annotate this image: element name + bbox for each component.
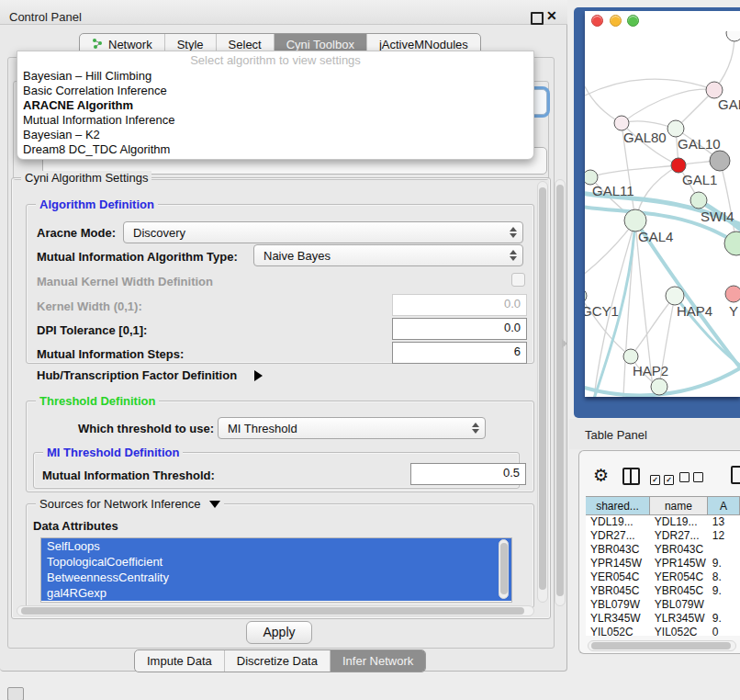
network-node-y[interactable] <box>725 286 740 302</box>
table-row[interactable]: YLR345WYLR345W9. <box>586 612 740 626</box>
splitter-arrow-icon[interactable] <box>562 339 567 348</box>
table-cell: YIL052C <box>586 626 650 636</box>
dpi-tolerance-field[interactable]: 0.0 <box>392 318 527 340</box>
mi-steps-label: Mutual Information Steps: <box>37 347 184 361</box>
mi-steps-field[interactable]: 6 <box>392 342 527 364</box>
sources-title-text: Sources for Network Inference <box>39 497 201 511</box>
bottom-tabbar: Impute DataDiscretize DataInfer Network <box>134 649 426 672</box>
aracne-mode-combobox[interactable]: Discovery <box>123 221 523 243</box>
settings-horizontal-scrollbar-thumb[interactable] <box>21 607 524 615</box>
apply-button[interactable]: Apply <box>246 621 312 644</box>
table-horizontal-scrollbar[interactable] <box>588 640 736 651</box>
list-item-selfloops[interactable]: SelfLoops <box>41 538 511 554</box>
network-node-gcy1[interactable] <box>585 288 587 303</box>
settings-vertical-scrollbar[interactable] <box>537 181 548 603</box>
tab-discretize-data[interactable]: Discretize Data <box>225 650 331 672</box>
table-horizontal-scrollbar-thumb[interactable] <box>591 642 731 649</box>
which-threshold-value: MI Threshold <box>228 422 472 435</box>
table-cell: YBR043C <box>650 543 708 557</box>
network-node[interactable] <box>651 378 667 395</box>
network-node-gal10[interactable] <box>667 120 684 137</box>
tab-label: Impute Data <box>147 654 212 668</box>
kernel-width-field[interactable]: 0.0 <box>392 294 527 316</box>
document-icon[interactable] <box>731 466 740 484</box>
node-label-hap4: HAP4 <box>677 303 712 319</box>
tab-impute-data[interactable]: Impute Data <box>135 650 225 672</box>
network-node-gal1[interactable] <box>671 158 686 173</box>
settings-horizontal-scrollbar[interactable] <box>17 605 534 616</box>
dpi-tolerance-label: DPI Tolerance [0,1]: <box>37 323 147 337</box>
network-node-gal80[interactable] <box>614 116 629 130</box>
settings-vertical-scrollbar-thumb[interactable] <box>539 187 546 590</box>
list-item-topologicalcoefficient[interactable]: TopologicalCoefficient <box>41 554 511 570</box>
table-header: shared...nameA <box>586 496 740 515</box>
dropdown-option-aracne-algorithm[interactable]: ARACNE Algorithm <box>19 98 530 113</box>
list-item-betweennesscentrality[interactable]: BetweennessCentrality <box>41 570 511 585</box>
dropdown-option-dream8-dc-tdc-algorithm[interactable]: Dream8 DC_TDC Algorithm <box>19 142 530 157</box>
table-row[interactable]: YPR145WYPR145W9. <box>586 557 740 570</box>
manual-kernel-label: Manual Kernel Width Definition <box>37 275 213 288</box>
column-header-a[interactable]: A <box>708 496 740 515</box>
table-cell: YER054C <box>586 570 650 584</box>
cyni-settings-title: Cyni Algorithm Settings <box>21 171 151 185</box>
node-label-gal11: GAL11 <box>592 183 634 198</box>
dropdown-option-bayesian-k2[interactable]: Bayesian – K2 <box>19 128 530 142</box>
table-cell: YER054C <box>650 570 708 584</box>
dropdown-option-basic-correlation-inference[interactable]: Basic Correlation Inference <box>19 84 530 98</box>
network-node[interactable] <box>726 31 740 41</box>
mac-zoom-icon[interactable] <box>627 15 639 27</box>
list-vertical-scrollbar-thumb[interactable] <box>500 543 508 594</box>
table-cell <box>708 543 740 557</box>
mi-threshold-title: MI Threshold Definition <box>43 446 183 459</box>
collapse-down-icon[interactable] <box>209 501 220 508</box>
checked-boxes-icon[interactable]: ✓✓ <box>650 469 674 486</box>
node-table[interactable]: shared...nameA YDL19...YDL19...13YDR27..… <box>586 496 740 636</box>
dropdown-option-mutual-information-inference[interactable]: Mutual Information Inference <box>19 113 530 128</box>
table-panel-title: Table Panel <box>585 428 647 442</box>
close-icon[interactable]: ✕ <box>546 8 557 23</box>
column-header-name[interactable]: name <box>650 496 708 515</box>
collapsed-panel-icon[interactable] <box>7 687 24 700</box>
panel-vertical-scrollbar-thumb[interactable] <box>556 185 564 596</box>
dropdown-option-bayesian-hill-climbing[interactable]: Bayesian – Hill Climbing <box>19 69 530 84</box>
table-row[interactable]: YBL079WYBL079W <box>586 598 740 612</box>
mac-close-icon[interactable] <box>591 15 603 27</box>
mi-type-combobox[interactable]: Naive Bayes <box>253 244 523 266</box>
unchecked-boxes-icon[interactable] <box>679 469 703 486</box>
network-node-hap4[interactable] <box>666 287 684 305</box>
table-row[interactable]: YDL19...YDL19...13 <box>586 515 740 529</box>
data-attributes-listbox[interactable]: SelfLoopsTopologicalCoefficientBetweenne… <box>40 537 512 603</box>
list-vertical-scrollbar[interactable] <box>499 539 509 599</box>
mi-threshold-field[interactable]: 0.5 <box>410 463 526 485</box>
split-pane-icon[interactable] <box>622 468 640 485</box>
table-body: YDL19...YDL19...13YDR27...YDR27...12YBR0… <box>586 515 740 636</box>
table-row[interactable]: YDR27...YDR27...12 <box>586 529 740 543</box>
table-row[interactable]: YBR045CYBR045C9. <box>586 584 740 598</box>
column-header-shared-[interactable]: shared... <box>586 496 650 515</box>
panel-vertical-scrollbar[interactable] <box>555 179 566 606</box>
tab-infer-network[interactable]: Infer Network <box>331 650 425 672</box>
algorithm-definition-title: Algorithm Definition <box>36 198 158 211</box>
float-window-icon[interactable] <box>531 12 544 25</box>
table-row[interactable]: YER054CYER054C8. <box>586 570 740 584</box>
manual-kernel-checkbox[interactable] <box>511 273 525 287</box>
control-panel-titlebar[interactable] <box>0 0 567 25</box>
network-node-swi4[interactable] <box>690 192 707 209</box>
gear-icon[interactable]: ⚙ <box>593 465 609 485</box>
table-row[interactable]: YBR043CYBR043C <box>586 543 740 557</box>
node-label-hap2: HAP2 <box>633 363 668 378</box>
spinner-arrows-icon <box>510 250 517 261</box>
node-label-gcy1: GCY1 <box>585 303 619 319</box>
which-threshold-combobox[interactable]: MI Threshold <box>218 417 486 439</box>
table-row[interactable]: YIL052CYIL052C0 <box>586 626 740 636</box>
table-cell <box>708 598 740 612</box>
mac-minimize-icon[interactable] <box>610 15 622 27</box>
algorithm-dropdown-placeholder: Select algorithm to view settings <box>17 53 533 67</box>
hub-definition-label: Hub/Transcription Factor Definition <box>37 368 237 382</box>
network-canvas[interactable]: GALGAL80GAL10GAL1GAL11SWI4GAL4GCY1HAP4YH… <box>585 31 740 397</box>
list-item-gal4rgexp[interactable]: gal4RGexp <box>41 585 511 601</box>
expand-right-icon[interactable] <box>254 368 263 385</box>
screen: Control Panel ✕ NetworkStyleSelectCyni T… <box>0 0 740 700</box>
network-node[interactable] <box>710 151 730 171</box>
network-node-hap2[interactable] <box>623 349 638 364</box>
